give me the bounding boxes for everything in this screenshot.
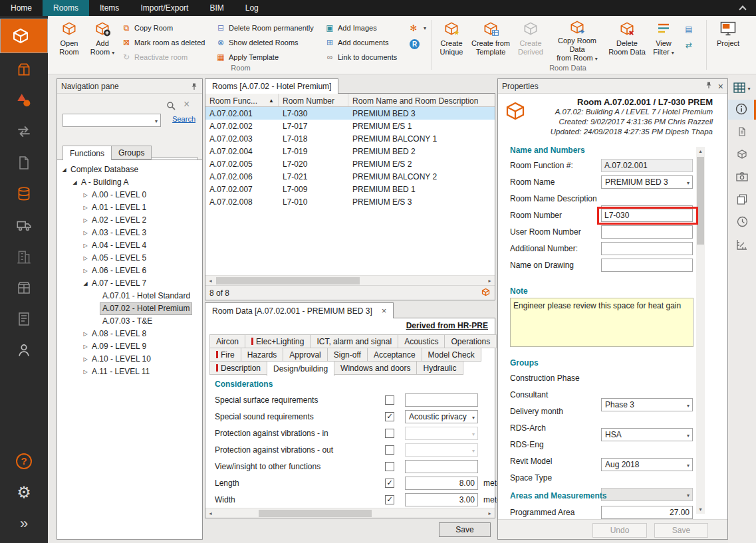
tab-aircon[interactable]: Aircon xyxy=(209,334,245,348)
programmed-area-input[interactable] xyxy=(601,506,693,519)
search-combo[interactable]: ▾ xyxy=(63,114,161,127)
clear-search-icon[interactable]: × xyxy=(184,98,189,110)
module-shapes[interactable] xyxy=(0,84,48,116)
delivery-month-select[interactable]: Aug 2018▾ xyxy=(601,458,693,471)
table-row[interactable]: A.07.02.006L7-021PREMIUM BALCONY 2 xyxy=(205,170,495,183)
rds-arch-select[interactable]: ▾ xyxy=(601,488,693,501)
checkbox-unchecked[interactable] xyxy=(385,395,394,405)
close-panel-icon[interactable]: × xyxy=(718,83,723,90)
close-tab-icon[interactable]: × xyxy=(382,306,387,316)
expander-collapsed-icon[interactable]: ▷ xyxy=(81,331,90,337)
copies-panel-button[interactable] xyxy=(728,190,756,210)
scroll-left-icon[interactable]: ◂ xyxy=(205,508,215,518)
table-row[interactable]: A.07.02.003L7-018PREMIUM BALCONY 1 xyxy=(205,132,495,145)
create-derived-button[interactable]: Create Derived xyxy=(515,19,547,62)
menu-bim[interactable]: BIM xyxy=(199,0,234,16)
images-panel-button[interactable] xyxy=(728,167,756,187)
documents-panel-button[interactable] xyxy=(728,122,756,142)
module-logistics[interactable] xyxy=(0,209,48,241)
rooms-tab[interactable]: Rooms [A.07.02 - Hotel Premium] xyxy=(205,78,338,94)
expander-collapsed-icon[interactable]: ▷ xyxy=(81,369,90,375)
add-room-button[interactable]: Add Room▾ xyxy=(86,19,118,62)
width-input[interactable] xyxy=(405,493,478,506)
module-database[interactable] xyxy=(0,178,48,209)
tree-item[interactable]: ▷A.04 - LEVEL 4 xyxy=(57,239,202,252)
help-button[interactable]: ? xyxy=(0,445,48,477)
expander-collapsed-icon[interactable]: ▷ xyxy=(81,268,90,274)
table-row[interactable]: A.07.02.005L7-020PREMIUM E/S 2 xyxy=(205,158,495,170)
room-function-input[interactable] xyxy=(601,159,693,172)
sound-requirement-select[interactable]: Acoustic privacy▾ xyxy=(405,410,478,423)
column-room-number[interactable]: Room Number xyxy=(279,94,348,106)
mark-room-deleted-button[interactable]: ⊠Mark room as deleted xyxy=(121,36,205,49)
room-number-input[interactable] xyxy=(601,209,693,222)
tab-description[interactable]: Description xyxy=(209,361,267,375)
tree-item[interactable]: ▷A.11 - LEVEL 11 xyxy=(57,366,202,378)
add-images-button[interactable]: ▣Add Images xyxy=(324,21,377,35)
note-textarea[interactable]: Engineer please review this space for he… xyxy=(510,298,693,347)
checkbox-unchecked[interactable] xyxy=(385,462,394,471)
checkbox-checked[interactable]: ✓ xyxy=(385,412,394,421)
search-link[interactable]: Search xyxy=(172,115,195,123)
save-button[interactable]: Save xyxy=(439,522,491,537)
scroll-right-icon[interactable]: ▸ xyxy=(485,508,495,518)
measurements-panel-button[interactable] xyxy=(728,235,756,255)
checkbox-checked[interactable]: ✓ xyxy=(385,495,394,504)
additional-number-input[interactable] xyxy=(601,242,693,255)
special-surface-input[interactable] xyxy=(405,393,478,407)
vibration-out-select[interactable]: ▾ xyxy=(405,443,478,457)
tree-item[interactable]: ▷A.06 - LEVEL 6 xyxy=(57,265,202,277)
search-icon[interactable] xyxy=(166,101,176,112)
tree-item-selected[interactable]: A.07.02 - Hotel Premium xyxy=(57,302,202,315)
tree-item[interactable]: ▷A.00 - LEVEL 0 xyxy=(57,189,202,201)
expander-collapsed-icon[interactable]: ▷ xyxy=(81,255,90,261)
checkbox-unchecked[interactable] xyxy=(385,429,394,438)
derived-from-link[interactable]: Derived from HR-PRE xyxy=(406,321,488,330)
info-panel-button[interactable] xyxy=(728,100,756,120)
copy-room-data-button[interactable]: Copy Room Data from Room▾ xyxy=(549,19,605,62)
tab-hydraulic[interactable]: Hydraulic xyxy=(416,361,463,375)
expander-collapsed-icon[interactable]: ▷ xyxy=(81,192,90,198)
scrollbar-thumb[interactable] xyxy=(216,277,360,284)
tab-elec-lighting[interactable]: Elec+Lighting xyxy=(245,334,311,348)
expander-expanded-icon[interactable]: ◢ xyxy=(81,280,90,286)
tab-operations[interactable]: Operations xyxy=(444,334,497,348)
tree-item[interactable]: ▷A.09 - LEVEL 9 xyxy=(57,340,202,353)
module-building[interactable] xyxy=(0,241,48,272)
report-badge-button[interactable]: R xyxy=(410,37,420,51)
module-transfer[interactable] xyxy=(0,116,48,147)
tree-item[interactable]: ▷A.02 - LEVEL 2 xyxy=(57,214,202,227)
menu-log[interactable]: Log xyxy=(235,0,269,16)
expander-collapsed-icon[interactable]: ▷ xyxy=(81,230,90,236)
tab-design-building[interactable]: Design/building xyxy=(267,361,334,376)
scroll-up-icon[interactable]: ▴ xyxy=(696,147,705,156)
copy-room-button[interactable]: ⧉Copy Room xyxy=(121,21,173,35)
undo-button[interactable]: Undo xyxy=(592,523,647,538)
module-packages[interactable] xyxy=(0,272,48,303)
consultant-select[interactable]: HSA▾ xyxy=(601,428,693,441)
tab-acoustics[interactable]: Acoustics xyxy=(398,334,445,348)
pin-icon[interactable] xyxy=(190,82,198,90)
table-row[interactable]: A.07.02.007L7-009PREMIUM BED 1 xyxy=(205,183,495,195)
scrollbar-thumb[interactable] xyxy=(259,510,372,517)
view-insight-input[interactable] xyxy=(405,460,478,473)
table-row[interactable]: A.07.02.008L7-010PREMIUM E/S 3 xyxy=(205,195,495,208)
checkbox-unchecked[interactable] xyxy=(385,445,394,455)
tree-item[interactable]: ◢A.07 - LEVEL 7 xyxy=(57,277,202,290)
tree-item[interactable]: A.07.01 - Hotel Standard xyxy=(57,290,202,302)
tab-model-check[interactable]: Model Check xyxy=(422,348,481,362)
module-reports[interactable] xyxy=(0,303,48,334)
tab-windows-doors[interactable]: Windows and doors xyxy=(334,361,417,375)
scrollbar-thumb[interactable] xyxy=(697,157,704,245)
image-options-button[interactable]: ✻▾ xyxy=(408,21,426,35)
scroll-left-icon[interactable]: ◂ xyxy=(205,276,215,286)
tab-groups[interactable]: Groups xyxy=(111,146,152,160)
table-row[interactable]: A.07.02.004L7-019PREMIUM BED 2 xyxy=(205,145,495,158)
expander-expanded-icon[interactable]: ◢ xyxy=(70,179,79,185)
menu-items[interactable]: Items xyxy=(89,0,130,16)
scroll-right-icon[interactable]: ▸ xyxy=(485,276,495,286)
layout-views-button[interactable]: ▾ xyxy=(728,78,756,98)
add-documents-button[interactable]: ⊞Add documents xyxy=(324,36,388,49)
settings-button[interactable]: ⚙ xyxy=(0,477,48,508)
tab-ict-alarm-signal[interactable]: ICT, alarm and signal xyxy=(310,334,398,348)
